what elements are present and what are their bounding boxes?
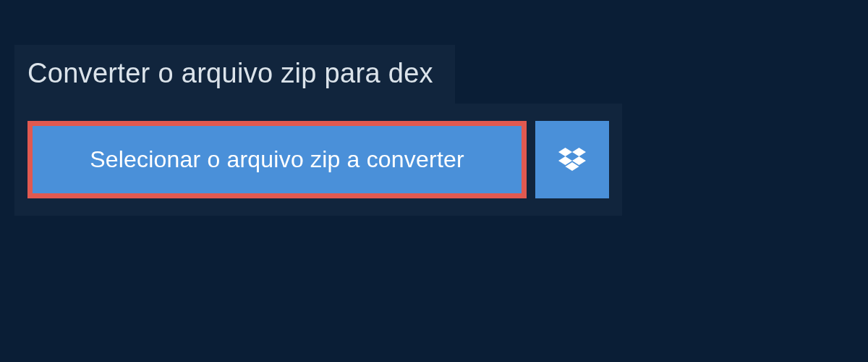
main-container: Converter o arquivo zip para dex Selecio… xyxy=(0,0,868,216)
dropbox-icon xyxy=(558,148,586,172)
select-file-button[interactable]: Selecionar o arquivo zip a converter xyxy=(27,121,527,198)
heading-box: Converter o arquivo zip para dex xyxy=(14,45,455,104)
upload-panel: Selecionar o arquivo zip a converter xyxy=(14,104,622,216)
dropbox-button[interactable] xyxy=(535,121,609,198)
select-file-label: Selecionar o arquivo zip a converter xyxy=(90,146,464,172)
page-title: Converter o arquivo zip para dex xyxy=(27,58,433,89)
